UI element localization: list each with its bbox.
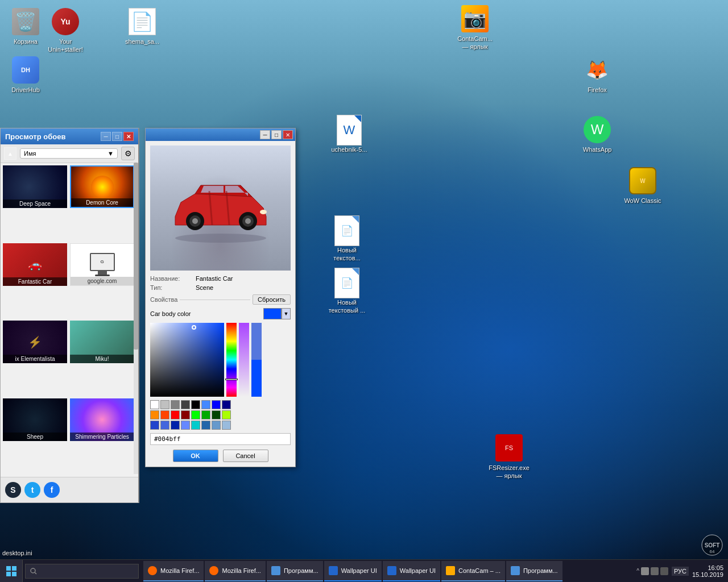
start-button[interactable] — [0, 560, 23, 583]
settings-gear-button[interactable]: ⚙ — [121, 147, 135, 160]
wallpaper-thumb-fantastic-car[interactable]: 🚗 Fantastic Car — [3, 243, 67, 286]
minimize-button[interactable]: ─ — [101, 132, 111, 141]
desktop-icon-firefox[interactable]: 🦊 Firefox — [574, 54, 620, 96]
swatch-green[interactable] — [191, 410, 200, 419]
wallpaper-thumb-shimmering[interactable]: Shimmering Particles — [70, 398, 134, 441]
taskbar-search-bar[interactable] — [25, 564, 139, 579]
wallpaper-thumb-google[interactable]: G google.com — [70, 243, 134, 286]
swatch-darkgreen[interactable] — [201, 410, 210, 419]
swatch-blue7[interactable] — [201, 421, 210, 430]
tray-chevron[interactable]: ^ — [636, 568, 639, 574]
dialog-close-button[interactable]: ✕ — [283, 130, 293, 139]
panel-up-button[interactable]: ▲ — [4, 147, 16, 160]
taskbar-item-wallpaper-2[interactable]: Wallpaper UI — [383, 561, 440, 581]
close-button[interactable]: ✕ — [123, 132, 134, 141]
tray-icon-1[interactable] — [641, 567, 649, 575]
swatch-cyan[interactable] — [191, 421, 200, 430]
swatch-darkgray[interactable] — [181, 400, 190, 409]
color-dropdown-button[interactable]: ▼ — [282, 308, 291, 319]
desktop-icon-wow[interactable]: W WoW Classic — [620, 165, 665, 207]
swatch-blue9[interactable] — [222, 421, 231, 430]
wallpaper-thumb-miku[interactable]: Miku! — [70, 321, 134, 363]
taskbar-item-wallpaper-1[interactable]: Wallpaper UI — [324, 561, 382, 581]
taskbar-item-contacam[interactable]: ContaCam – ... — [441, 561, 505, 581]
swatch-lime[interactable] — [222, 410, 231, 419]
wallpaper-thumb-deep-space[interactable]: Deep Space — [3, 165, 67, 208]
panel-toolbar: ▲ Имя ▼ ⚙ — [1, 144, 138, 163]
swatch-gray[interactable] — [171, 400, 180, 409]
hex-input[interactable]: #004bff — [150, 433, 291, 445]
color-picker-dialog: ─ □ ✕ — [145, 128, 296, 467]
taskbar-item-mozilla-1[interactable]: Mozilla Firef... — [143, 561, 204, 581]
wallpaper-label-elementalista: ix Elementalista — [3, 355, 67, 363]
desktop-icon-whatsapp[interactable]: W WhatsApp — [574, 114, 620, 156]
desktop-icon-your-uninstaller[interactable]: Yu YourUnin+staller! — [43, 6, 88, 56]
color-swatch[interactable] — [263, 308, 282, 319]
fsresizer-icon: FS — [495, 434, 523, 462]
alpha-bar[interactable] — [239, 323, 249, 397]
wow-label: WoW Classic — [624, 197, 661, 205]
swatch-red[interactable] — [171, 410, 180, 419]
swatch-blue1[interactable] — [201, 400, 210, 409]
car-color-picker[interactable]: ▼ — [263, 308, 291, 319]
steam-icon-button[interactable]: S — [5, 482, 21, 498]
properties-divider — [180, 300, 250, 300]
wallpaper-thumb-elementalista[interactable]: ⚡ ix Elementalista — [3, 321, 67, 363]
desktop-icon-recycle-bin[interactable]: 🗑️ Корзина — [3, 6, 48, 48]
color-picker-area — [150, 323, 291, 397]
swatch-vdarkgreen[interactable] — [212, 410, 221, 419]
swatch-blue2[interactable] — [212, 400, 221, 409]
dialog-minimize-button[interactable]: ─ — [260, 130, 270, 139]
wallpaper-thumb-sheep[interactable]: Sheep — [3, 398, 67, 441]
hue-bar[interactable] — [226, 323, 237, 397]
desktop-file-new-text-2[interactable]: 📄 Новыйтекстовый ... — [324, 265, 370, 317]
taskbar-item-program-1[interactable]: Программ... — [267, 561, 323, 581]
preview-area — [150, 146, 291, 271]
swatch-red-orange[interactable] — [160, 410, 169, 419]
ok-button[interactable]: OK — [173, 450, 218, 462]
desktop-icon-uchebnik[interactable]: W uchebnik-5... — [326, 113, 372, 156]
swatch-blue6[interactable] — [181, 421, 190, 430]
mozilla-2-label: Mozilla Firef... — [222, 567, 260, 574]
scrollbar-thumb[interactable] — [134, 163, 138, 350]
taskbar-item-mozilla-2[interactable]: Mozilla Firef... — [205, 561, 265, 581]
color-gradient-box[interactable] — [150, 323, 224, 397]
swatch-blue8[interactable] — [212, 421, 221, 430]
desktop-icon-driverhub[interactable]: DH DriverHub — [3, 54, 48, 96]
tray-icon-2[interactable] — [651, 567, 659, 575]
dialog-maximize-button[interactable]: □ — [271, 130, 282, 139]
taskbar: Mozilla Firef... Mozilla Firef... Програ… — [0, 559, 728, 582]
search-icon — [30, 568, 37, 575]
desktop-icon-contacam[interactable]: 📷 ContaCam...— ярлык — [452, 3, 498, 53]
fsresizer-label: FSResizer.exe— ярлык — [489, 464, 530, 480]
maximize-button[interactable]: □ — [112, 132, 122, 141]
desktop-file-new-text-1[interactable]: 📄 Новыйтекстов... — [324, 213, 370, 265]
tray-icon-3[interactable] — [660, 567, 668, 575]
panel-scrollbar[interactable] — [134, 163, 138, 474]
swatch-blue4[interactable] — [160, 421, 169, 430]
wallpaper-label-miku: Miku! — [70, 355, 134, 363]
swatch-darkred[interactable] — [181, 410, 190, 419]
sort-button[interactable]: Имя ▼ — [20, 148, 118, 159]
twitter-icon-button[interactable]: t — [24, 482, 40, 498]
facebook-icon-button[interactable]: f — [44, 482, 60, 498]
swatch-white[interactable] — [150, 400, 159, 409]
swatch-lightgray[interactable] — [160, 400, 169, 409]
new-text-1-label: Новыйтекстов... — [333, 246, 361, 263]
taskbar-item-program-2[interactable]: Программ... — [506, 561, 562, 581]
swatch-orange[interactable] — [150, 410, 159, 419]
svg-point-7 — [260, 210, 267, 214]
reset-button[interactable]: Сбросить — [253, 294, 291, 305]
swatch-blue3[interactable] — [150, 421, 159, 430]
desktop-icon-fsresizer[interactable]: FS FSResizer.exe— ярлык — [486, 432, 532, 483]
taskbar-lang[interactable]: РУС — [672, 567, 689, 576]
desktop-icon-schema[interactable]: 📄 shema_sa... — [119, 6, 165, 48]
swatch-black[interactable] — [191, 400, 200, 409]
swatch-darkblue[interactable] — [222, 400, 231, 409]
cancel-button[interactable]: Cancel — [223, 450, 268, 462]
wallpaper-label-sheep: Sheep — [3, 433, 67, 441]
uchebnik-doc-icon: W — [337, 115, 362, 146]
swatch-blue5[interactable] — [171, 421, 180, 430]
gradient-cursor[interactable] — [192, 325, 196, 330]
wallpaper-thumb-demon-core[interactable]: Demon Core — [70, 165, 134, 208]
